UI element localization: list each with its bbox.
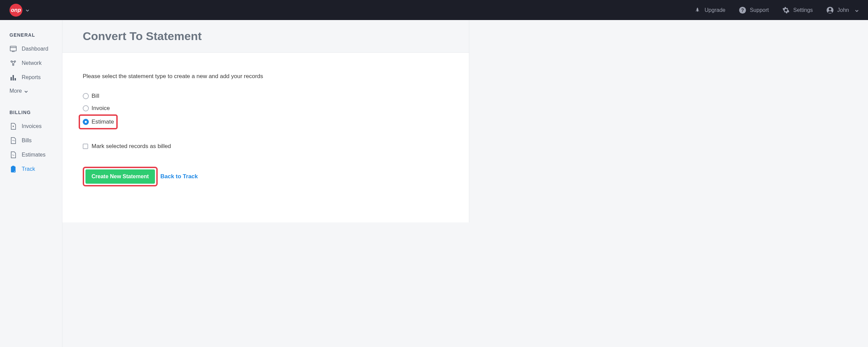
sidebar-item-label: Bills	[22, 138, 32, 144]
bill-icon	[9, 137, 17, 144]
header-right: Upgrade ? Support Settings John	[694, 6, 859, 14]
sidebar-item-label: Estimates	[22, 152, 45, 158]
user-menu[interactable]: John	[826, 6, 859, 14]
svg-text:?: ?	[741, 7, 744, 13]
estimate-icon	[9, 151, 17, 159]
sidebar-item-reports[interactable]: Reports	[0, 70, 62, 85]
sidebar-item-label: Reports	[22, 74, 41, 80]
logo-section[interactable]: onp	[9, 4, 29, 17]
sidebar-item-label: Network	[22, 60, 42, 66]
help-icon: ?	[739, 6, 746, 14]
sidebar-item-dashboard[interactable]: Dashboard	[0, 42, 62, 56]
svg-rect-4	[10, 46, 16, 51]
sidebar-item-invoices[interactable]: Invoices	[0, 119, 62, 133]
sidebar-item-estimates[interactable]: Estimates	[0, 148, 62, 162]
clipboard-icon	[9, 165, 17, 173]
content-area: Convert To Statement Please select the s…	[62, 20, 469, 347]
sidebar-item-label: Track	[22, 166, 35, 172]
radio-group: Bill Invoice Estimate	[83, 90, 449, 129]
logo-icon: onp	[9, 4, 22, 17]
upgrade-link[interactable]: Upgrade	[694, 6, 725, 14]
sidebar-title-billing: BILLING	[0, 107, 62, 118]
checkbox-icon	[83, 144, 88, 149]
page-title: Convert To Statement	[83, 30, 449, 43]
more-label: More	[9, 88, 22, 94]
content-wrapper: Convert To Statement Please select the s…	[62, 20, 868, 347]
radio-label: Invoice	[92, 105, 110, 112]
svg-rect-16	[13, 75, 14, 80]
page-body: Please select the statement type to crea…	[62, 53, 469, 222]
sidebar-title-general: GENERAL	[0, 30, 62, 40]
radio-icon	[83, 119, 89, 125]
logo-text: onp	[11, 7, 21, 13]
sidebar-item-bills[interactable]: Bills	[0, 133, 62, 148]
chevron-down-icon	[855, 7, 859, 13]
radio-invoice[interactable]: Invoice	[83, 102, 449, 114]
sidebar: GENERAL Dashboard Network Reports	[0, 20, 62, 347]
svg-rect-15	[11, 77, 12, 80]
user-icon	[826, 6, 834, 14]
invoice-icon	[9, 123, 17, 130]
button-row: Create New Statement Back to Track	[83, 167, 449, 186]
checkbox-label: Mark selected records as billed	[92, 143, 171, 150]
instruction-text: Please select the statement type to crea…	[83, 73, 449, 80]
radio-icon	[83, 105, 89, 111]
main-container: GENERAL Dashboard Network Reports	[0, 20, 868, 347]
top-header: onp Upgrade ? Support Settings	[0, 0, 868, 20]
checkbox-mark-billed[interactable]: Mark selected records as billed	[83, 143, 449, 150]
rocket-icon	[694, 6, 701, 14]
upgrade-label: Upgrade	[705, 7, 725, 13]
sidebar-section-billing: BILLING Invoices Bills Estimates	[0, 107, 62, 176]
sidebar-item-label: Dashboard	[22, 46, 48, 52]
back-to-track-link[interactable]: Back to Track	[159, 169, 199, 184]
chevron-down-icon	[24, 88, 28, 94]
svg-rect-21	[12, 166, 14, 167]
page-header: Convert To Statement	[62, 20, 469, 53]
support-label: Support	[750, 7, 769, 13]
radio-estimate[interactable]: Estimate	[79, 114, 118, 129]
chevron-down-icon	[26, 8, 29, 13]
svg-line-12	[12, 62, 13, 64]
user-label: John	[837, 7, 849, 13]
radio-label: Estimate	[92, 118, 114, 125]
sidebar-more[interactable]: More	[0, 85, 62, 97]
settings-label: Settings	[793, 7, 813, 13]
support-link[interactable]: ? Support	[739, 6, 769, 14]
sidebar-section-general: GENERAL Dashboard Network Reports	[0, 30, 62, 97]
radio-label: Bill	[92, 93, 99, 99]
svg-point-3	[829, 8, 831, 10]
svg-point-11	[13, 64, 14, 66]
settings-link[interactable]: Settings	[782, 6, 813, 14]
radio-icon	[83, 93, 89, 99]
sidebar-item-track[interactable]: Track	[0, 162, 62, 176]
create-statement-button[interactable]: Create New Statement	[85, 169, 155, 184]
svg-line-13	[14, 62, 15, 64]
svg-rect-17	[15, 78, 16, 80]
gear-icon	[782, 6, 790, 14]
sidebar-item-label: Invoices	[22, 123, 42, 129]
sidebar-item-network[interactable]: Network	[0, 56, 62, 70]
bar-chart-icon	[9, 74, 17, 81]
button-highlight: Create New Statement	[83, 167, 158, 186]
network-icon	[9, 59, 17, 67]
radio-bill[interactable]: Bill	[83, 90, 449, 102]
dashboard-icon	[9, 45, 17, 53]
